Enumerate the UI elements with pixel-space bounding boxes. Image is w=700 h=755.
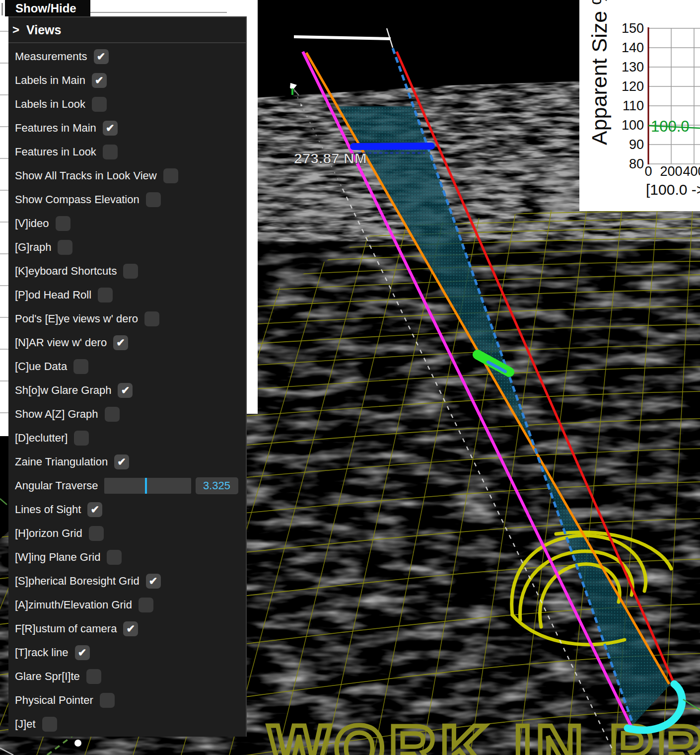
menu-item-row: [N]AR view w' dero✔ xyxy=(8,331,246,355)
checkmark-icon: ✔ xyxy=(149,576,158,586)
white-dot-marker xyxy=(74,740,81,747)
checkbox-unchecked[interactable] xyxy=(103,145,118,159)
menu-item-row: Features in Look xyxy=(8,140,246,164)
menu-item-label: Angular Traverse xyxy=(15,479,98,492)
menu-item-row: Measurements✔ xyxy=(8,45,246,69)
menu-item-row: Zaine Triangulation✔ xyxy=(8,450,246,474)
checkbox-unchecked[interactable] xyxy=(73,359,88,374)
checkbox-checked[interactable]: ✔ xyxy=(146,574,161,589)
checkmark-icon: ✔ xyxy=(106,123,115,133)
checkmark-icon: ✔ xyxy=(78,647,87,658)
checkbox-checked[interactable]: ✔ xyxy=(103,121,118,136)
checkbox-unchecked[interactable] xyxy=(144,311,159,326)
checkbox-checked[interactable]: ✔ xyxy=(75,645,90,660)
menu-item-row: Lines of Sight✔ xyxy=(8,498,246,522)
menu-item-row: F[R]ustum of camera✔ xyxy=(8,617,246,641)
chevron-right-icon[interactable]: > xyxy=(12,23,19,37)
menu-item-label: Show A[Z] Graph xyxy=(15,408,98,421)
checkbox-unchecked[interactable] xyxy=(92,97,107,112)
show-hide-tab[interactable]: Show/Hide xyxy=(5,0,90,16)
menu-item-label: Physical Pointer xyxy=(15,694,93,707)
y-tick-label: 110 xyxy=(615,98,644,114)
y-tick-label: 150 xyxy=(615,21,644,36)
checkbox-unchecked[interactable] xyxy=(74,431,89,446)
menu-item-row: [W]ing Plane Grid xyxy=(8,545,246,569)
checkbox-checked[interactable]: ✔ xyxy=(114,454,129,469)
apparent-size-graph: Apparent Size % 150140130120110100908002… xyxy=(579,0,700,211)
checkmark-icon: ✔ xyxy=(95,75,104,85)
menu-item-label: Labels in Main xyxy=(15,74,85,87)
menu-item-row: [D]eclutter] xyxy=(8,426,246,450)
checkbox-unchecked[interactable] xyxy=(139,598,153,612)
menu-item-row: [J]et xyxy=(8,712,246,736)
checkbox-unchecked[interactable] xyxy=(86,669,101,684)
y-axis-title: Apparent Size % xyxy=(587,0,612,145)
menu-item-label: [A]zimuth/Elevation Grid xyxy=(15,599,132,611)
checkbox-checked[interactable]: ✔ xyxy=(113,335,128,350)
checkmark-icon: ✔ xyxy=(91,504,100,515)
menu-item-row: [V]ideo xyxy=(8,212,246,235)
background-list-strip xyxy=(0,0,8,436)
menu-item-label: [T]rack line xyxy=(15,646,69,659)
menu-item-row: [G]raph xyxy=(8,235,246,259)
checkbox-checked[interactable]: ✔ xyxy=(118,383,133,398)
menu-item-row: Show Compass Elevation xyxy=(8,188,246,212)
y-tick-label: 130 xyxy=(615,60,644,75)
checkbox-unchecked[interactable] xyxy=(56,216,70,231)
window-edge-tick xyxy=(1,3,3,15)
checkbox-checked[interactable]: ✔ xyxy=(94,49,109,64)
menu-item-label: Sh[o]w Glare Graph xyxy=(15,384,111,397)
checkbox-checked[interactable]: ✔ xyxy=(92,73,107,88)
menu-item-label: [H]orizon Grid xyxy=(15,527,82,540)
y-tick-label: 90 xyxy=(615,137,644,152)
checkmark-icon: ✔ xyxy=(97,51,106,62)
checkbox-unchecked[interactable] xyxy=(58,240,72,255)
menu-item-row: [P]od Head Roll xyxy=(8,283,246,307)
slider-handle[interactable] xyxy=(145,478,147,494)
checkbox-unchecked[interactable] xyxy=(146,192,161,207)
menu-item-label: [D]eclutter] xyxy=(15,432,68,445)
checkbox-checked[interactable]: ✔ xyxy=(87,502,102,517)
menu-item-label: Measurements xyxy=(15,50,87,63)
menu-item-row: [C]ue Data xyxy=(8,355,246,378)
menu-item-label: Labels in Look xyxy=(15,98,85,111)
menu-item-row: [A]zimuth/Elevation Grid xyxy=(8,593,246,617)
menu-item-row: Pod's [E]ye views w' dero xyxy=(8,307,246,331)
series-value-annotation: 100.0 xyxy=(651,118,690,136)
menu-item-label: Features in Look xyxy=(15,146,96,158)
menu-item-label: Show Compass Elevation xyxy=(15,193,140,206)
menu-item-row: Show All Tracks in Look View xyxy=(8,164,246,188)
menu-item-label: [W]ing Plane Grid xyxy=(15,551,100,564)
checkbox-checked[interactable]: ✔ xyxy=(123,621,138,636)
menu-item-label: [P]od Head Roll xyxy=(15,289,91,302)
checkbox-unchecked[interactable] xyxy=(163,168,178,183)
angular-traverse-slider[interactable] xyxy=(104,478,191,494)
menu-item-row: [S]pherical Boresight Grid✔ xyxy=(8,569,246,593)
checkbox-unchecked[interactable] xyxy=(123,264,138,279)
menu-item-row: Features in Main✔ xyxy=(8,116,246,140)
views-header[interactable]: > Views xyxy=(8,17,246,43)
views-menu-list: Measurements✔Labels in Main✔Labels in Lo… xyxy=(8,45,246,736)
menu-item-row: Glare Spr[I]te xyxy=(8,665,246,688)
checkbox-unchecked[interactable] xyxy=(107,550,122,565)
checkbox-unchecked[interactable] xyxy=(105,407,120,422)
x-tick-label: 400 xyxy=(677,164,700,179)
checkbox-unchecked[interactable] xyxy=(89,526,104,541)
menu-item-label: Show All Tracks in Look View xyxy=(15,169,157,182)
menu-item-row: Show A[Z] Graph xyxy=(8,402,246,426)
checkmark-icon: ✔ xyxy=(117,456,126,467)
y-tick-label: 120 xyxy=(615,79,644,94)
menu-item-label: [C]ue Data xyxy=(15,360,67,373)
menu-item-label: [N]AR view w' dero xyxy=(15,336,107,349)
angular-traverse-value[interactable]: 3.325 xyxy=(196,477,238,494)
faint-dot xyxy=(300,104,302,106)
app-window: WORK IN PROG xyxy=(0,0,700,755)
menu-item-label: Lines of Sight xyxy=(15,503,81,516)
menu-item-label: Glare Spr[I]te xyxy=(15,670,80,683)
menu-item-row: [T]rack line✔ xyxy=(8,641,246,665)
plot-gridlines xyxy=(648,28,700,164)
menu-item-label: [J]et xyxy=(15,718,36,731)
checkbox-unchecked[interactable] xyxy=(42,717,57,732)
checkbox-unchecked[interactable] xyxy=(98,288,113,302)
checkbox-unchecked[interactable] xyxy=(100,693,115,708)
